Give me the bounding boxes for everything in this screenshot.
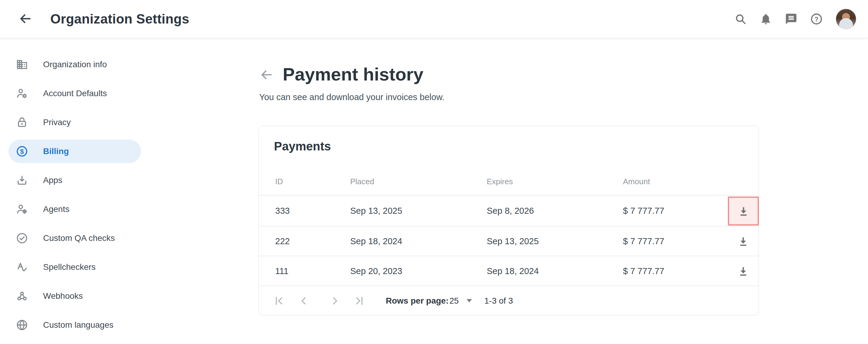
download-tray-icon [16, 174, 28, 186]
cell-id: 222 [275, 236, 290, 246]
back-button[interactable] [18, 11, 33, 27]
column-header-id: ID [275, 177, 283, 186]
download-icon [737, 205, 750, 218]
globe-icon [16, 319, 28, 331]
download-icon [737, 234, 750, 248]
pagination-range-label: 1-3 of 3 [484, 296, 513, 306]
cell-expires: Sep 18, 2024 [487, 266, 539, 276]
download-invoice-button[interactable] [734, 262, 752, 280]
cell-placed: Sep 20, 2023 [350, 266, 402, 276]
column-header-placed: Placed [350, 177, 374, 186]
cell-id: 111 [275, 266, 288, 276]
download-invoice-button[interactable] [735, 202, 752, 220]
chevron-right-icon [329, 295, 341, 307]
sidebar-item-organization-info[interactable]: Organization info [8, 53, 141, 76]
page-back-button[interactable] [259, 68, 273, 82]
sidebar-item-label: Organization info [43, 60, 107, 69]
cell-placed: Sep 18, 2024 [350, 236, 402, 246]
column-header-amount: Amount [623, 177, 650, 186]
last-page-button[interactable] [351, 293, 367, 309]
sidebar-item-label: Custom QA checks [43, 233, 115, 243]
sidebar-item-webhooks[interactable]: Webhooks [8, 284, 141, 308]
spellcheck-icon [16, 261, 28, 273]
cell-id: 333 [275, 206, 290, 216]
top-app-bar: Organization Settings ? [0, 0, 868, 38]
cell-amount: $ 7 777.77 [623, 206, 664, 216]
page-subtitle: You can see and download your invoices b… [259, 91, 444, 103]
dollar-circle-icon: $ [16, 145, 28, 157]
sidebar-item-custom-languages[interactable]: Custom languages [8, 313, 141, 337]
cell-amount: $ 7 777.77 [623, 236, 664, 246]
search-icon [734, 13, 747, 25]
notifications-button[interactable] [760, 13, 772, 25]
topbar-actions: ? [734, 8, 857, 30]
sidebar-item-agents[interactable]: Agents [8, 197, 141, 221]
sidebar-item-label: Spellcheckers [43, 262, 96, 272]
sidebar-item-custom-qa-checks[interactable]: Custom QA checks [8, 226, 141, 250]
person-cube-icon [16, 203, 28, 215]
cell-expires: Sep 8, 2026 [487, 206, 534, 216]
payments-card: Payments ID Placed Expires Amount 333 Se… [258, 126, 759, 315]
sidebar-item-label: Account Defaults [43, 89, 107, 98]
sidebar-item-label: Webhooks [43, 291, 83, 301]
download-icon [737, 264, 750, 278]
table-row: 111 Sep 20, 2023 Sep 18, 2024 $ 7 777.77 [259, 256, 758, 286]
cell-placed: Sep 13, 2025 [350, 206, 402, 216]
table-row: 222 Sep 18, 2024 Sep 13, 2025 $ 7 777.77 [259, 226, 758, 256]
table-row: 333 Sep 13, 2025 Sep 8, 2026 $ 7 777.77 [259, 195, 758, 226]
user-avatar[interactable] [835, 8, 857, 30]
chevron-left-icon [298, 295, 310, 307]
last-page-icon [353, 295, 365, 307]
card-title: Payments [274, 139, 331, 153]
sidebar-item-label: Agents [43, 205, 69, 214]
building-icon [16, 59, 28, 70]
search-button[interactable] [734, 13, 747, 25]
check-circle-icon [16, 232, 28, 244]
arrow-left-icon [259, 68, 273, 82]
sidebar-item-apps[interactable]: Apps [8, 168, 141, 192]
sidebar-item-account-defaults[interactable]: Account Defaults [8, 82, 141, 105]
svg-text:?: ? [814, 15, 818, 23]
column-header-expires: Expires [487, 177, 513, 186]
cell-expires: Sep 13, 2025 [487, 236, 539, 246]
previous-page-button[interactable] [296, 293, 312, 309]
svg-text:$: $ [20, 148, 24, 155]
cell-amount: $ 7 777.77 [623, 266, 664, 276]
webhook-icon [16, 290, 28, 302]
help-icon: ? [810, 13, 823, 25]
next-page-button[interactable] [327, 293, 343, 309]
lock-icon [16, 116, 28, 128]
highlight-box [728, 196, 759, 225]
rows-per-page-value: 25 [450, 296, 459, 306]
sidebar-item-label: Privacy [43, 118, 71, 127]
sidebar-item-privacy[interactable]: Privacy [8, 111, 141, 134]
arrow-left-icon [19, 12, 32, 26]
table-pagination: Rows per page: 25 1-3 of 3 [259, 286, 758, 315]
rows-per-page-select[interactable]: 25 [450, 296, 472, 306]
caret-down-icon [467, 299, 472, 303]
sidebar-item-label: Apps [43, 176, 62, 185]
first-page-icon [273, 295, 285, 307]
sidebar-item-spellcheckers[interactable]: Spellcheckers [8, 255, 141, 279]
page-title: Payment history [283, 63, 424, 86]
rows-per-page-label: Rows per page: [386, 296, 448, 306]
download-invoice-button[interactable] [734, 232, 752, 250]
chat-icon [785, 13, 798, 25]
chat-button[interactable] [785, 13, 798, 25]
person-gear-icon [16, 88, 28, 99]
first-page-button[interactable] [272, 293, 287, 309]
sidebar-item-billing[interactable]: $ Billing [8, 139, 141, 163]
sidebar-item-label: Custom languages [43, 320, 113, 330]
sidebar-item-label: Billing [43, 147, 69, 156]
notifications-icon [760, 13, 772, 25]
app-title: Organization Settings [50, 11, 189, 27]
help-button[interactable]: ? [810, 13, 823, 25]
settings-sidebar: Organization info Account Defaults Priva… [0, 38, 142, 342]
